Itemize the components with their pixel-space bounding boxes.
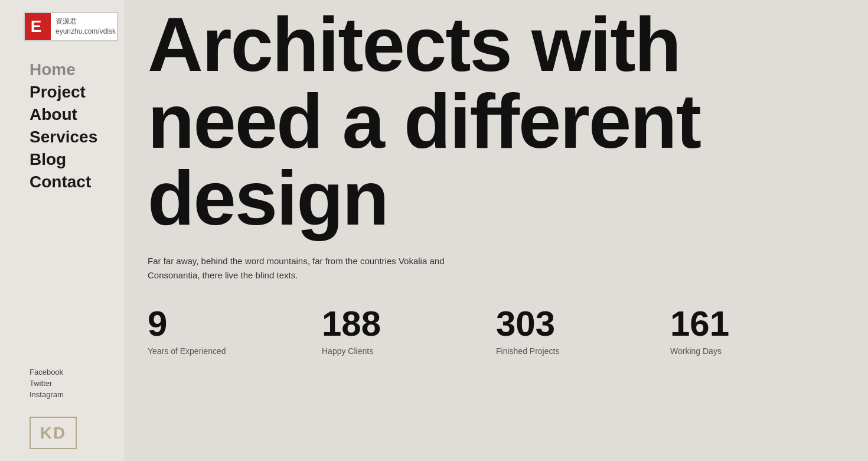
kd-logo-text: KD	[40, 424, 66, 443]
social-instagram[interactable]: Instagram	[30, 390, 124, 399]
nav-home[interactable]: Home	[30, 59, 124, 80]
main-nav: Home Project About Services Blog Contact	[30, 59, 124, 193]
stat-projects-label: Finished Projects	[496, 346, 670, 356]
hero-line1: Architects with	[148, 1, 680, 87]
sidebar: E 资源君 eyunzhu.com/vdisk Home Project Abo…	[0, 0, 124, 461]
hero-line2: need a different	[148, 78, 700, 164]
stats-row: 9 Years of Experienced 188 Happy Clients…	[148, 306, 844, 356]
hero-description: Far far away, behind the word mountains,…	[148, 254, 478, 283]
main-content: Architects with need a different design …	[124, 0, 868, 461]
stat-days-number: 161	[670, 306, 844, 342]
social-twitter[interactable]: Twitter	[30, 379, 124, 388]
logo-area: E 资源君 eyunzhu.com/vdisk	[24, 12, 124, 41]
hero-title: Architects with need a different design	[148, 6, 844, 236]
stat-projects: 303 Finished Projects	[496, 306, 670, 356]
stat-years-number: 9	[148, 306, 322, 342]
logo-letter: E	[24, 12, 51, 41]
social-links: Facebook Twitter Instagram	[30, 368, 124, 399]
social-facebook[interactable]: Facebook	[30, 368, 124, 376]
kd-logo: KD	[30, 417, 77, 449]
stat-days-label: Working Days	[670, 346, 844, 356]
nav-project[interactable]: Project	[30, 82, 124, 103]
stat-days: 161 Working Days	[670, 306, 844, 356]
nav-services[interactable]: Services	[30, 126, 124, 148]
stat-clients: 188 Happy Clients	[322, 306, 496, 356]
logo: E 资源君 eyunzhu.com/vdisk	[24, 12, 118, 41]
nav-blog[interactable]: Blog	[30, 149, 124, 170]
nav-about[interactable]: About	[30, 104, 124, 125]
stat-years: 9 Years of Experienced	[148, 306, 322, 356]
logo-text: 资源君 eyunzhu.com/vdisk	[51, 14, 118, 39]
stat-years-label: Years of Experienced	[148, 346, 322, 356]
stat-projects-number: 303	[496, 306, 670, 342]
stat-clients-label: Happy Clients	[322, 346, 496, 356]
nav-contact[interactable]: Contact	[30, 171, 124, 193]
hero-line3: design	[148, 155, 388, 241]
stat-clients-number: 188	[322, 306, 496, 342]
